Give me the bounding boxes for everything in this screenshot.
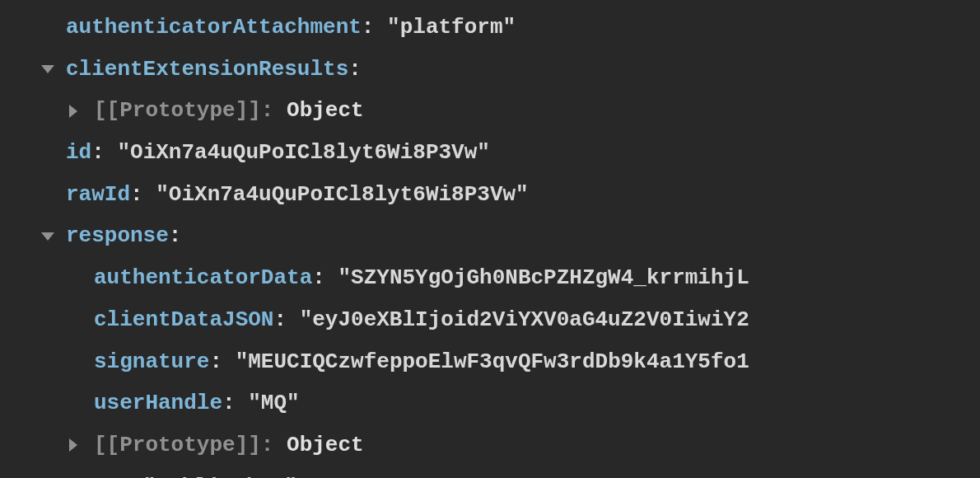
prototype-label: [[Prototype]]:	[94, 98, 287, 123]
property-text: :	[348, 57, 362, 82]
tree-row[interactable]: authenticatorAttachment: "platform"	[0, 7, 980, 49]
property-key: type	[66, 475, 117, 478]
tree-row[interactable]: rawId: "OiXn7a4uQuPoICl8lyt6Wi8P3Vw"	[0, 174, 980, 216]
property-text: :	[117, 475, 142, 478]
property-key: authenticatorData	[94, 265, 312, 290]
property-key: signature	[94, 349, 209, 374]
property-text: :	[209, 349, 235, 374]
property-key: clientDataJSON	[94, 307, 273, 332]
property-text: :	[169, 223, 182, 248]
property-text: :	[130, 182, 156, 207]
property-value: "SZYN5YgOjGh0NBcPZHZgW4_krrmihjL	[338, 265, 749, 290]
tree-row[interactable]: [[Prototype]]: Object	[0, 90, 980, 132]
tree-row[interactable]: signature: "MEUCIQCzwfeppoElwF3qvQFw3rdD…	[0, 341, 980, 383]
tree-row[interactable]: userHandle: "MQ"	[0, 382, 980, 424]
property-value: "platform"	[387, 15, 516, 40]
property-value: "public-key"	[143, 475, 297, 478]
property-value: "eyJ0eXBlIjoid2ViYXV0aG4uZ2V0IiwiY2	[300, 307, 749, 332]
tree-row[interactable]: clientDataJSON: "eyJ0eXBlIjoid2ViYXV0aG4…	[0, 299, 980, 341]
property-key: response	[66, 223, 169, 248]
property-key: authenticatorAttachment	[66, 15, 362, 40]
property-key: rawId	[66, 182, 130, 207]
property-key: clientExtensionResults	[66, 57, 348, 82]
property-value: "MEUCIQCzwfeppoElwF3qvQFw3rdDb9k4a1Y5fo1	[236, 349, 749, 374]
property-text: Object	[287, 98, 364, 123]
property-text: :	[222, 391, 248, 415]
property-text: Object	[287, 433, 364, 457]
property-key: id	[66, 140, 91, 165]
property-value: "MQ"	[248, 391, 299, 415]
property-key: userHandle	[94, 391, 222, 415]
tree-row[interactable]: [[Prototype]]: Object	[0, 424, 980, 466]
chevron-right-icon[interactable]	[69, 105, 77, 118]
chevron-down-icon[interactable]	[41, 232, 54, 241]
property-text: :	[312, 265, 338, 290]
property-text: :	[91, 140, 117, 165]
property-value: "OiXn7a4uQuPoICl8lyt6Wi8P3Vw"	[117, 140, 489, 165]
tree-row[interactable]: type: "public-key"	[0, 466, 980, 478]
property-text: :	[362, 15, 387, 40]
tree-row[interactable]: id: "OiXn7a4uQuPoICl8lyt6Wi8P3Vw"	[0, 132, 980, 174]
console-object-tree[interactable]: authenticatorAttachment: "platform"clien…	[0, 7, 980, 478]
tree-row[interactable]: response:	[0, 215, 980, 257]
prototype-label: [[Prototype]]:	[94, 433, 287, 457]
chevron-down-icon[interactable]	[41, 65, 54, 73]
property-value: "OiXn7a4uQuPoICl8lyt6Wi8P3Vw"	[156, 182, 528, 207]
property-text: :	[273, 307, 299, 332]
tree-row[interactable]: clientExtensionResults:	[0, 49, 980, 91]
chevron-right-icon[interactable]	[69, 438, 77, 452]
tree-row[interactable]: authenticatorData: "SZYN5YgOjGh0NBcPZHZg…	[0, 257, 980, 299]
